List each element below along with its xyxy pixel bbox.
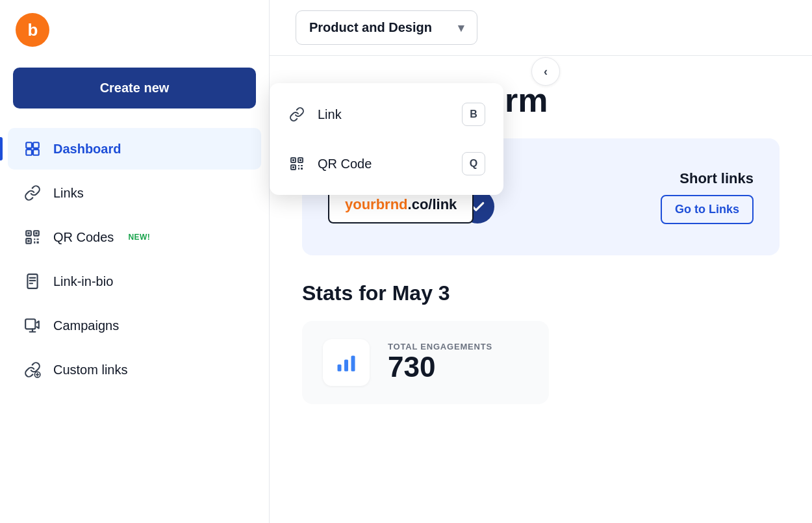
custom-links-icon xyxy=(23,361,42,379)
svg-rect-1 xyxy=(33,142,39,148)
dropdown-qr-label: QR Code xyxy=(318,157,372,172)
short-links-label: Short links xyxy=(661,170,754,187)
sidebar-item-campaigns[interactable]: Campaigns xyxy=(8,305,261,346)
svg-rect-24 xyxy=(292,166,294,168)
dashboard-icon xyxy=(23,140,42,158)
sidebar-item-dashboard-label: Dashboard xyxy=(53,142,121,157)
svg-rect-17 xyxy=(344,360,348,372)
sidebar-item-links[interactable]: Links xyxy=(8,172,261,214)
qr-shortcut: Q xyxy=(462,152,485,175)
svg-rect-8 xyxy=(35,232,37,234)
create-new-button[interactable]: Create new xyxy=(13,68,256,108)
sidebar-item-link-in-bio[interactable]: Link-in-bio xyxy=(8,261,261,302)
link-path-part: .co/link xyxy=(408,196,457,212)
svg-rect-9 xyxy=(27,240,29,242)
main-content-area: ‹ Product and Design ▾ ctions Platform y… xyxy=(270,0,812,523)
workspace-name: Product and Design xyxy=(309,20,432,35)
create-new-dropdown: Link B QR Code Q xyxy=(270,83,503,195)
chevron-down-icon: ▾ xyxy=(458,21,464,35)
chevron-left-icon: ‹ xyxy=(544,65,548,79)
bio-icon xyxy=(23,272,42,290)
sidebar-item-link-in-bio-label: Link-in-bio xyxy=(53,274,113,289)
campaigns-icon xyxy=(23,316,42,335)
link-branded-part: yourbrnd xyxy=(345,196,408,212)
qr-icon xyxy=(23,228,42,246)
sidebar-collapse-button[interactable]: ‹ xyxy=(531,57,560,86)
stats-info: TOTAL ENGAGEMENTS 730 xyxy=(388,342,492,383)
stats-icon-box xyxy=(323,339,370,386)
svg-rect-23 xyxy=(299,159,301,161)
sidebar: b Create new Dashboard Links xyxy=(0,0,270,523)
svg-rect-14 xyxy=(25,319,35,329)
svg-rect-22 xyxy=(292,159,294,161)
link-shortcut: B xyxy=(462,103,485,126)
svg-rect-18 xyxy=(351,356,355,372)
sidebar-item-links-label: Links xyxy=(53,186,84,201)
main-header: Product and Design ▾ xyxy=(270,0,812,56)
dropdown-link-label: Link xyxy=(318,107,342,122)
svg-rect-16 xyxy=(338,364,342,372)
sidebar-item-campaigns-label: Campaigns xyxy=(53,318,119,333)
qr-code-icon xyxy=(288,155,306,173)
dropdown-item-link[interactable]: Link B xyxy=(270,90,503,139)
workspace-dropdown[interactable]: Product and Design ▾ xyxy=(296,10,477,45)
dropdown-item-qr-code[interactable]: QR Code Q xyxy=(270,139,503,188)
new-badge: NEW! xyxy=(128,233,150,242)
svg-rect-3 xyxy=(33,149,39,155)
sidebar-item-custom-links[interactable]: Custom links xyxy=(8,349,261,390)
links-icon xyxy=(23,184,42,202)
logo-area: b xyxy=(0,0,269,60)
stats-title: Stats for May 3 xyxy=(302,281,780,305)
svg-rect-2 xyxy=(26,149,32,155)
sidebar-item-custom-links-label: Custom links xyxy=(53,363,127,377)
stats-label: TOTAL ENGAGEMENTS xyxy=(388,342,492,351)
sidebar-item-qr-codes[interactable]: QR Codes NEW! xyxy=(8,216,261,258)
svg-rect-7 xyxy=(27,232,29,234)
sidebar-nav: Dashboard Links xyxy=(0,121,269,397)
sidebar-item-qr-codes-label: QR Codes xyxy=(53,230,114,245)
stats-card: TOTAL ENGAGEMENTS 730 xyxy=(302,321,549,404)
sidebar-item-dashboard[interactable]: Dashboard xyxy=(8,128,261,170)
goto-links-button[interactable]: Go to Links xyxy=(661,195,754,224)
svg-rect-0 xyxy=(26,142,32,148)
hero-right-side: Short links Go to Links xyxy=(661,170,754,224)
link-icon xyxy=(288,105,306,123)
stats-value: 730 xyxy=(388,351,492,383)
app-logo: b xyxy=(16,13,49,47)
